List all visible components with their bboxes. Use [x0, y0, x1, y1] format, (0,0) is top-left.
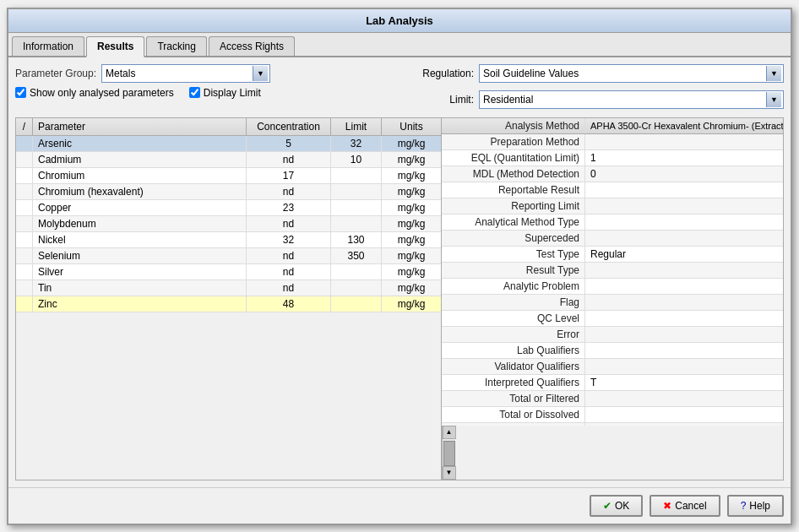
- limit-row: Limit: Residential ▼: [406, 90, 784, 109]
- col-header-parameter[interactable]: Parameter: [33, 118, 247, 135]
- col-header-limit[interactable]: Limit: [331, 118, 382, 135]
- td-units: mg/kg: [382, 136, 441, 151]
- regulation-row: Regulation: Soil Guideline Values ▼: [406, 64, 784, 83]
- right-row-label: Basis: [442, 423, 585, 426]
- help-button[interactable]: ? Help: [727, 495, 784, 517]
- right-panel-row: Total or Dissolved: [442, 407, 783, 423]
- td-concentration: nd: [247, 152, 331, 167]
- col-header-concentration[interactable]: Concentration: [247, 118, 331, 135]
- display-limit-label: Display Limit: [204, 87, 261, 99]
- right-row-value: [585, 407, 783, 422]
- help-label: Help: [749, 500, 770, 512]
- td-concentration: 48: [247, 296, 331, 312]
- tab-access-rights[interactable]: Access Rights: [209, 36, 295, 56]
- checkboxes-row: Show only analysed parameters Display Li…: [15, 87, 393, 99]
- right-panel-row: Validator Qualifiers: [442, 359, 783, 375]
- right-col-label-header: Analysis Method: [442, 118, 585, 133]
- display-limit-checkbox-label[interactable]: Display Limit: [189, 87, 261, 99]
- td-limit: 130: [331, 232, 382, 247]
- parameter-group-dropdown[interactable]: Metals ▼: [101, 64, 270, 83]
- td-limit: 32: [331, 136, 382, 151]
- right-row-label: Analytical Method Type: [442, 214, 585, 230]
- table-row[interactable]: Silver nd mg/kg: [16, 264, 441, 280]
- tab-information[interactable]: Information: [12, 36, 84, 56]
- display-limit-checkbox[interactable]: [189, 87, 200, 98]
- td-sort: [16, 232, 33, 247]
- td-concentration: 5: [247, 136, 331, 151]
- td-parameter: Tin: [33, 280, 247, 296]
- right-panel-header-row: Analysis Method APHA 3500-Cr Hexavalent …: [442, 118, 783, 134]
- show-only-checkbox-label[interactable]: Show only analysed parameters: [15, 87, 174, 99]
- table-row[interactable]: Copper 23 mg/kg: [16, 200, 441, 216]
- right-row-label: Preparation Method: [442, 134, 585, 149]
- right-row-value: [585, 327, 783, 342]
- limit-label: Limit:: [406, 94, 474, 106]
- td-parameter: Copper: [33, 200, 247, 215]
- td-limit: 350: [331, 248, 382, 263]
- right-panel-row: Interpreted Qualifiers T: [442, 375, 783, 391]
- table-row[interactable]: Selenium nd 350 mg/kg: [16, 248, 441, 264]
- tab-tracking[interactable]: Tracking: [146, 36, 207, 56]
- right-row-value: [585, 134, 783, 149]
- col-header-units[interactable]: Units: [382, 118, 441, 135]
- limit-dropdown[interactable]: Residential ▼: [479, 90, 784, 109]
- right-panel-row: Lab Qualifiers: [442, 343, 783, 359]
- right-row-label: Analytic Problem: [442, 279, 585, 294]
- td-concentration: 32: [247, 232, 331, 247]
- right-panel-row: MDL (Method Detection 0: [442, 166, 783, 182]
- footer: ✔ OK ✖ Cancel ? Help: [8, 487, 791, 524]
- right-panel-row: QC Level: [442, 311, 783, 327]
- parameter-group-arrow[interactable]: ▼: [253, 66, 268, 81]
- regulation-dropdown[interactable]: Soil Guideline Values ▼: [479, 64, 784, 83]
- tab-bar: Information Results Tracking Access Righ…: [8, 33, 791, 57]
- table-row[interactable]: Arsenic 5 32 mg/kg: [16, 136, 441, 152]
- right-panel-row: Superceded: [442, 231, 783, 247]
- right-row-label: Superceded: [442, 231, 585, 246]
- col-header-sort[interactable]: /: [16, 118, 33, 135]
- td-sort: [16, 168, 33, 183]
- right-row-label: Test Type: [442, 247, 585, 262]
- td-units: mg/kg: [382, 200, 441, 215]
- right-row-value: [585, 182, 783, 198]
- right-row-label: Error: [442, 327, 585, 342]
- td-limit: [331, 264, 382, 280]
- td-concentration: nd: [247, 184, 331, 199]
- right-row-value: [585, 311, 783, 326]
- scroll-thumb[interactable]: [443, 441, 455, 466]
- right-panel-row: Analytic Problem: [442, 279, 783, 295]
- show-only-label: Show only analysed parameters: [30, 87, 174, 99]
- right-row-label: Lab Qualifiers: [442, 343, 585, 358]
- scroll-down-btn[interactable]: ▼: [443, 466, 456, 480]
- td-units: mg/kg: [382, 264, 441, 280]
- table-row[interactable]: Zinc 48 mg/kg: [16, 296, 441, 312]
- right-row-value: [585, 423, 783, 426]
- limit-arrow[interactable]: ▼: [766, 92, 781, 107]
- right-row-value: [585, 343, 783, 358]
- right-row-value: [585, 279, 783, 294]
- right-row-value: [585, 263, 783, 278]
- right-row-label: Total or Dissolved: [442, 407, 585, 422]
- table-row[interactable]: Cadmium nd 10 mg/kg: [16, 152, 441, 168]
- td-limit: [331, 216, 382, 231]
- tab-results[interactable]: Results: [86, 36, 144, 57]
- right-scrollbar[interactable]: ▲ ▼: [442, 426, 455, 480]
- cancel-button[interactable]: ✖ Cancel: [650, 495, 720, 517]
- regulation-arrow[interactable]: ▼: [766, 66, 781, 81]
- scroll-up-btn[interactable]: ▲: [443, 426, 456, 439]
- dialog-title: Lab Analysis: [366, 14, 433, 27]
- table-row[interactable]: Nickel 32 130 mg/kg: [16, 232, 441, 248]
- right-row-value: 0: [585, 166, 783, 182]
- table-row[interactable]: Chromium 17 mg/kg: [16, 168, 441, 184]
- td-sort: [16, 280, 33, 296]
- table-row[interactable]: Molybdenum nd mg/kg: [16, 216, 441, 232]
- td-units: mg/kg: [382, 184, 441, 199]
- table-row[interactable]: Tin nd mg/kg: [16, 280, 441, 296]
- right-row-label: Reporting Limit: [442, 198, 585, 214]
- td-units: mg/kg: [382, 216, 441, 231]
- right-row-value: [585, 391, 783, 406]
- td-units: mg/kg: [382, 280, 441, 296]
- show-only-checkbox[interactable]: [15, 87, 26, 98]
- td-sort: [16, 136, 33, 151]
- table-row[interactable]: Chromium (hexavalent) nd mg/kg: [16, 184, 441, 200]
- ok-button[interactable]: ✔ OK: [590, 495, 643, 517]
